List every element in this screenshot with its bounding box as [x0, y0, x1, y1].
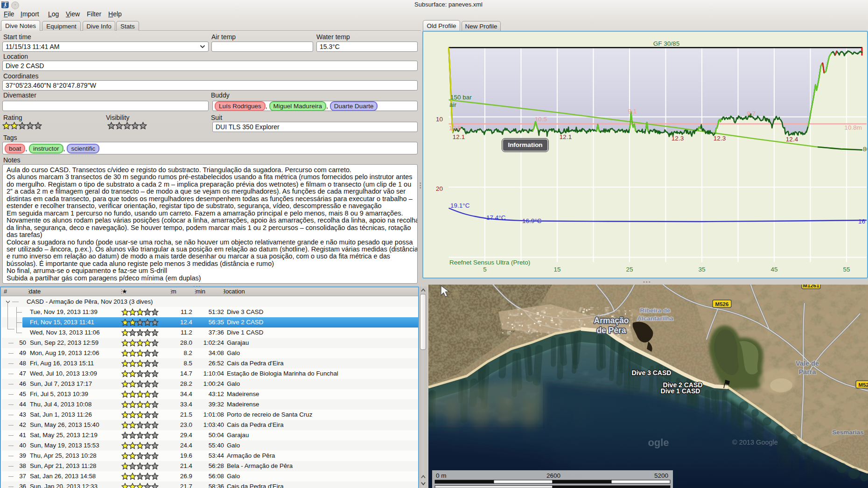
svg-text:10.5: 10.5: [535, 116, 547, 123]
svg-text:M526: M526: [715, 301, 729, 307]
svg-text:GF 30/85: GF 30/85: [653, 40, 679, 47]
svg-text:Dive 3 CASD: Dive 3 CASD: [632, 369, 672, 376]
svg-text:ogle: ogle: [648, 437, 669, 448]
svg-text:12.1: 12.1: [560, 133, 572, 140]
svg-text:Alcantarilha: Alcantarilha: [637, 315, 673, 322]
svg-text:12.1: 12.1: [453, 133, 465, 140]
svg-text:45: 45: [770, 266, 777, 273]
svg-text:M526: M526: [859, 382, 868, 388]
svg-text:9.1: 9.1: [628, 108, 637, 115]
svg-text:16.9°C: 16.9°C: [522, 217, 542, 224]
svg-text:Vale de: Vale de: [796, 360, 819, 367]
svg-text:Dive 1 CASD: Dive 1 CASD: [661, 387, 700, 395]
svg-text:5200: 5200: [654, 472, 668, 479]
svg-text:20: 20: [436, 185, 443, 192]
svg-text:5: 5: [483, 266, 487, 273]
svg-text:150 bar: 150 bar: [450, 94, 472, 101]
svg-text:air: air: [449, 101, 457, 108]
svg-text:35: 35: [698, 266, 705, 273]
svg-text:Sesmarias: Sesmarias: [832, 429, 864, 436]
svg-text:de Pèra: de Pèra: [596, 326, 626, 335]
svg-text:16: 16: [858, 218, 865, 225]
svg-text:55: 55: [843, 266, 850, 273]
svg-text:12.3: 12.3: [672, 135, 684, 142]
svg-text:9.7: 9.7: [747, 110, 756, 117]
svg-text:17.4°C: 17.4°C: [486, 214, 506, 221]
svg-text:12.4: 12.4: [786, 136, 798, 143]
svg-text:25: 25: [626, 266, 633, 273]
svg-text:2600: 2600: [546, 472, 560, 479]
svg-text:12.3: 12.3: [714, 135, 726, 142]
svg-text:Reefnet Sensus Ultra (Preto): Reefnet Sensus Ultra (Preto): [449, 259, 530, 266]
svg-text:15: 15: [553, 266, 560, 273]
svg-text:19.1°C: 19.1°C: [450, 202, 470, 209]
svg-text:Armação: Armação: [594, 316, 629, 325]
svg-text:80: 80: [863, 146, 867, 153]
svg-text:10.8m: 10.8m: [844, 124, 862, 131]
svg-text:Ribeira de: Ribeira de: [640, 307, 671, 314]
svg-text:Parra: Parra: [798, 368, 816, 376]
svg-text:© 2013 Google: © 2013 Google: [732, 439, 778, 446]
svg-text:M1261: M1261: [803, 285, 819, 288]
svg-text:0 m: 0 m: [436, 472, 447, 479]
svg-text:10.8: 10.8: [449, 125, 461, 132]
svg-text:10: 10: [436, 116, 443, 123]
